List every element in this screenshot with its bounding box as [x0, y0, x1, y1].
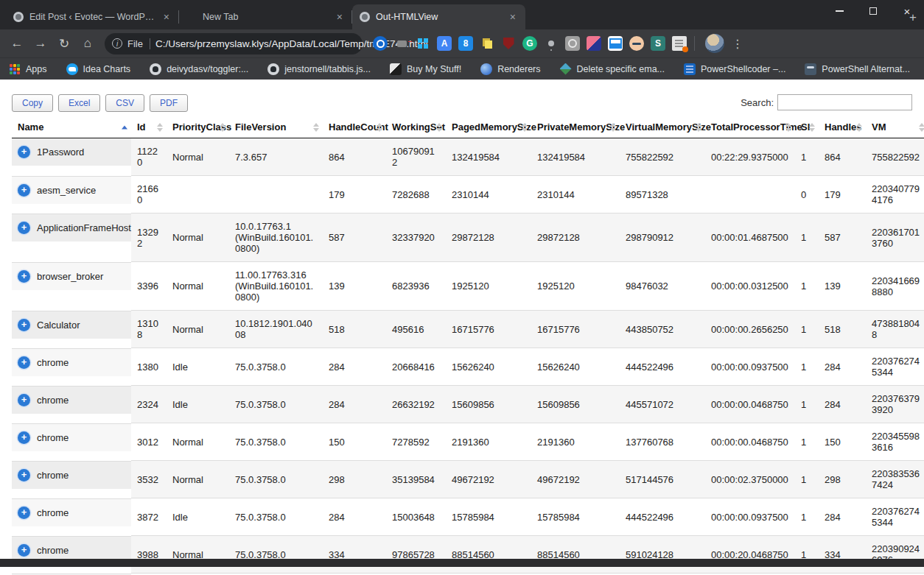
- table-row: +aesm_service216601797282688231014423101…: [12, 176, 924, 214]
- pdf-button[interactable]: PDF: [150, 94, 188, 112]
- cell: 443850752: [620, 311, 705, 348]
- price-tag-glyph: 8: [463, 38, 469, 49]
- maximize-button[interactable]: [856, 0, 890, 22]
- expand-row-button[interactable]: +: [18, 222, 30, 234]
- expand-row-button[interactable]: +: [18, 394, 30, 406]
- wordpress-favicon-icon: [13, 12, 24, 22]
- bookmark-item[interactable]: Delete specific ema...: [560, 63, 665, 75]
- home-icon[interactable]: ⌂: [77, 32, 99, 54]
- apps-shortcut[interactable]: Apps: [9, 63, 47, 75]
- reload-icon[interactable]: ↻: [53, 32, 75, 54]
- bookmark-label: Buy My Stuff!: [407, 64, 461, 74]
- tab-1[interactable]: New Tab×: [179, 4, 352, 29]
- expand-row-button[interactable]: +: [18, 544, 30, 557]
- cell: 284: [819, 386, 866, 423]
- bookmark-item[interactable]: PowerShell Alternat...: [805, 63, 910, 75]
- tab-close-icon[interactable]: ×: [508, 11, 518, 23]
- onepassword-extension-icon[interactable]: [373, 36, 388, 51]
- price-tag-extension-icon[interactable]: 8: [458, 36, 473, 51]
- search-input[interactable]: [777, 94, 912, 110]
- column-header-privatememorysize[interactable]: PrivateMemorySize: [531, 117, 620, 138]
- bookmark-item[interactable]: jenstornell/tabbis.js...: [267, 63, 371, 75]
- tab-0[interactable]: Edit Post ‹ Evotec — WordPress×: [6, 4, 179, 29]
- s-letter-extension-icon[interactable]: S: [651, 36, 665, 51]
- page-info-icon[interactable]: i: [112, 38, 122, 49]
- tab-close-icon[interactable]: ×: [335, 11, 345, 23]
- column-header-handlecount[interactable]: HandleCount: [323, 117, 386, 138]
- browser-menu-icon[interactable]: ⋮: [729, 37, 746, 51]
- excel-button[interactable]: Excel: [58, 94, 100, 112]
- cell: 89571328: [620, 176, 705, 214]
- video-recorder-extension-icon[interactable]: [394, 36, 409, 51]
- process-name: aesm_service: [37, 185, 96, 196]
- forward-icon[interactable]: →: [29, 32, 52, 54]
- name-cell: +Calculator: [12, 311, 131, 339]
- column-header-totalprocessortime[interactable]: TotalProcessorTime: [705, 117, 795, 138]
- column-header-workingset[interactable]: WorkingSet: [386, 117, 446, 138]
- profile-avatar[interactable]: [705, 34, 724, 53]
- column-header-priorityclass[interactable]: PriorityClass: [167, 117, 229, 138]
- back-icon[interactable]: ←: [6, 32, 28, 54]
- cell: 26632192: [386, 386, 446, 423]
- column-header-vm[interactable]: VM: [866, 117, 924, 138]
- cell: Normal: [167, 423, 229, 461]
- bookmark-item[interactable]: Buy My Stuff!: [390, 63, 461, 75]
- address-bar[interactable]: i File C:/Users/przemyslaw.klys/AppData/…: [105, 33, 363, 54]
- pin-extension-icon[interactable]: [544, 36, 559, 51]
- expand-row-button[interactable]: +: [18, 319, 30, 331]
- process-name: 1Password: [37, 147, 84, 158]
- expand-row-button[interactable]: +: [18, 431, 30, 444]
- bookmark-item[interactable]: deivydasv/toggler:...: [150, 63, 248, 75]
- session-buddy-extension-icon[interactable]: [480, 36, 494, 51]
- split-diagonal-extension-icon[interactable]: [587, 36, 601, 51]
- window-controls: ×: [822, 0, 924, 22]
- bookmark-item[interactable]: Idea Charts: [66, 63, 131, 75]
- column-header-si[interactable]: SI: [795, 117, 819, 138]
- cell: 1: [795, 386, 819, 423]
- cell: 591024128: [620, 536, 705, 574]
- ublock-origin-extension-icon[interactable]: [501, 36, 516, 51]
- column-header-name[interactable]: Name: [12, 117, 131, 138]
- cell: 1925120: [446, 262, 531, 311]
- expand-row-button[interactable]: +: [18, 469, 30, 481]
- cell: 00:00:00.0312500: [705, 262, 795, 311]
- tab-active[interactable]: Out-HTMLView×: [352, 4, 525, 29]
- expand-row-button[interactable]: +: [18, 356, 30, 369]
- cell: 1380: [131, 348, 167, 386]
- cell: 284: [819, 348, 866, 386]
- bookmark-item[interactable]: PowerShellcoder –...: [684, 63, 785, 75]
- table-row: +chrome2324Idle75.0.3758.028426632192156…: [12, 386, 924, 423]
- cell: 15626240: [531, 348, 620, 386]
- windows-extension-icon[interactable]: [416, 36, 430, 51]
- tab-close-icon[interactable]: ×: [161, 11, 172, 23]
- expand-row-button[interactable]: +: [18, 270, 30, 283]
- cell: 2203617013760: [866, 214, 924, 262]
- persona-extension-icon[interactable]: [629, 36, 644, 51]
- column-header-virtualmemorysize[interactable]: VirtualMemorySize: [620, 117, 705, 138]
- process-name: Calculator: [37, 320, 80, 331]
- cell: 00:22:29.9375000: [705, 138, 795, 176]
- cell: 518: [323, 311, 386, 348]
- copy-button[interactable]: Copy: [12, 94, 53, 112]
- camera-extension-icon[interactable]: [565, 36, 580, 51]
- column-header-handles[interactable]: Handles: [819, 117, 866, 138]
- task-list-extension-icon[interactable]: [672, 36, 687, 51]
- translate-extension-icon[interactable]: A: [437, 36, 452, 51]
- expand-row-button[interactable]: +: [18, 146, 30, 158]
- grammarly-extension-icon[interactable]: G: [522, 36, 537, 51]
- edge-window-extension-icon[interactable]: [608, 36, 623, 51]
- csv-button[interactable]: CSV: [105, 94, 144, 112]
- cell: 15785984: [531, 498, 620, 536]
- column-header-pagedmemorysize[interactable]: PagedMemorySize: [446, 117, 531, 138]
- cell: 4738818048: [866, 311, 924, 348]
- close-button[interactable]: ×: [890, 0, 924, 22]
- bookmark-label: PowerShellcoder –...: [701, 64, 785, 74]
- expand-row-button[interactable]: +: [18, 507, 30, 519]
- cell: 2203835367424: [866, 461, 924, 498]
- minimize-button[interactable]: [822, 0, 856, 22]
- expand-row-button[interactable]: +: [18, 184, 30, 197]
- bookmark-item[interactable]: Renderers: [480, 63, 540, 75]
- column-header-fileversion[interactable]: FileVersion: [229, 117, 323, 138]
- cell: 3396: [131, 262, 167, 311]
- column-header-id[interactable]: Id: [131, 117, 167, 138]
